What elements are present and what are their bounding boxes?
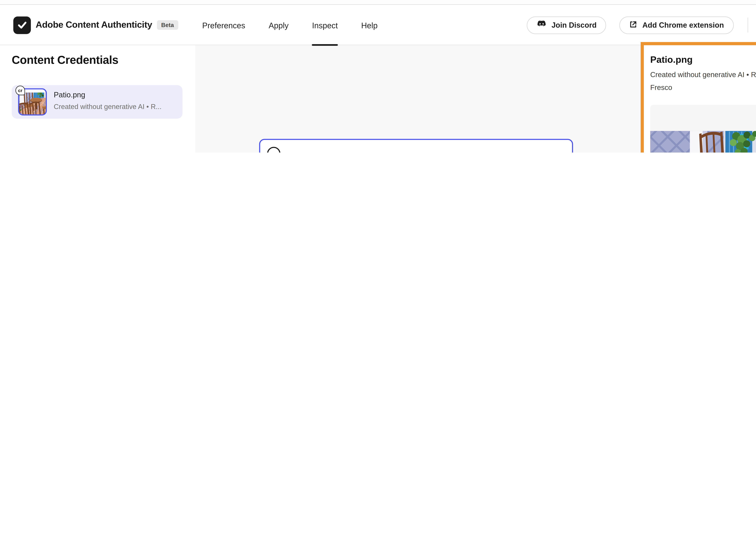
content-credentials-pin-icon[interactable]: cr <box>267 147 280 152</box>
sidebar: Content Credentials cr Patio.png Created… <box>0 45 195 152</box>
nav-item-inspect[interactable]: Inspect <box>312 5 338 45</box>
nav-item-preferences[interactable]: Preferences <box>202 5 245 45</box>
image-preview-frame[interactable]: cr <box>259 139 573 152</box>
external-link-icon <box>629 20 638 30</box>
adobe-content-authenticity-logo-icon[interactable] <box>13 16 31 34</box>
join-discord-label: Join Discord <box>551 21 597 29</box>
panel-file-title: Patio.png <box>650 54 693 65</box>
browser-chrome-edge <box>0 0 756 5</box>
panel-image-card[interactable] <box>650 105 756 152</box>
app-title: Adobe Content Authenticity <box>36 20 152 30</box>
nav-item-help[interactable]: Help <box>361 5 378 45</box>
primary-nav: Preferences Apply Inspect Help <box>202 5 378 45</box>
beta-badge: Beta <box>157 20 178 30</box>
panel-file-subtitle: Created without generative AI • Recorded… <box>650 69 756 94</box>
header-actions: Join Discord Add Chrome extension <box>527 5 756 45</box>
add-chrome-extension-button[interactable]: Add Chrome extension <box>619 16 734 34</box>
join-discord-button[interactable]: Join Discord <box>527 16 606 34</box>
sidebar-title: Content Credentials <box>12 54 118 67</box>
credentials-details-panel: Patio.png Created without generative AI … <box>641 42 756 152</box>
app-window: Adobe Content Authenticity Beta Preferen… <box>0 0 756 152</box>
file-name: Patio.png <box>54 90 85 99</box>
discord-icon <box>537 20 547 30</box>
file-list-item-patio[interactable]: cr Patio.png Created without generative … <box>12 85 183 119</box>
brand: Adobe Content Authenticity Beta <box>13 5 178 45</box>
nav-item-apply[interactable]: Apply <box>269 5 289 45</box>
add-chrome-extension-label: Add Chrome extension <box>642 21 724 29</box>
header-divider <box>747 18 748 32</box>
app-header: Adobe Content Authenticity Beta Preferen… <box>0 5 756 45</box>
file-summary: Created without generative AI • R... <box>54 103 161 111</box>
patio-image-thumbnail <box>650 131 756 152</box>
content-credentials-badge-icon: cr <box>16 86 25 95</box>
inspect-canvas: cr + Fit − <box>195 45 641 152</box>
